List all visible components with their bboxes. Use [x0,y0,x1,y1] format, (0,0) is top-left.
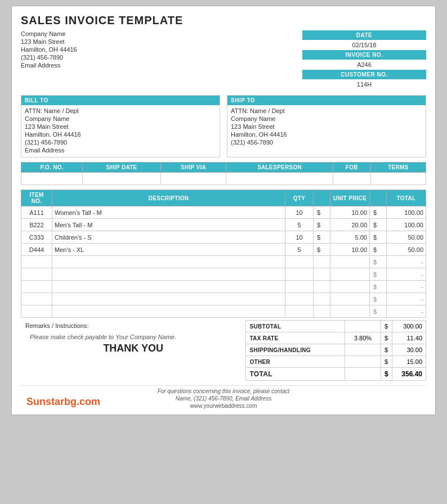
po-val-4 [226,173,333,185]
item-no: A111 [21,206,52,219]
header-section: Company Name 123 Main Street Hamilton, O… [21,30,426,89]
date-value: 02/15/18 [302,40,426,50]
bill-phone: (321) 456-7890 [25,139,216,146]
other-label: OTHER [246,356,345,368]
bill-attn: ATTN: Name / Dept [25,107,216,114]
item-col-unitprice: UNIT PRICE [330,190,370,206]
tax-dollar: $ [381,332,392,344]
total-value: 356.40 [392,368,426,381]
subtotal-value: 300.00 [392,321,426,332]
item-total: 50.00 [387,244,426,256]
watermark: Sunstarbg.com [26,396,100,408]
empty-item-row: $ - [21,268,426,281]
item-qty: 10 [285,231,314,244]
company-info: Company Name 123 Main Street Hamilton, O… [21,30,77,89]
company-email: Email Address [21,62,77,69]
tax-value: 11.40 [392,332,426,344]
item-tot-dollar: $ [370,219,387,231]
company-address: 123 Main Street [21,38,77,45]
remarks-section: Remarks / Instructions: Please make chec… [21,320,245,381]
totals-table: SUBTOTAL $ 300.00 TAX RATE 3.80% $ 11.40… [245,320,426,381]
item-total: 100.00 [387,219,426,231]
subtotal-dollar: $ [381,321,392,332]
item-col-dollar [314,190,330,206]
item-col-desc: DESCRIPTION [52,190,285,206]
remarks-label: Remarks / Instructions: [25,322,88,329]
item-no: C333 [21,231,52,244]
customer-no-value: 114H [302,79,426,89]
empty-item-row: $ - [21,305,426,318]
shipping-row: SHIPPING/HANDLING $ 30.00 [246,344,426,356]
po-val-3 [160,173,226,185]
item-tot-dollar: $ [370,231,387,244]
invoice-no-label: INVOICE NO. [302,50,426,60]
po-col-fob: FOB [333,163,370,173]
item-col-total: TOTAL [387,190,426,206]
meta-table: DATE 02/15/18 INVOICE NO. A246 CUSTOMER … [302,30,426,89]
other-dollar: $ [381,356,392,368]
item-col-itemno: ITEM NO. [21,190,52,206]
ship-company: Company Name [231,115,422,122]
ship-to-box: SHIP TO ATTN: Name / Dept Company Name 1… [227,95,426,158]
shipping-rate [345,344,381,356]
item-row: B222 Men's Tall - M 5 $ 20.00 $ 100.00 [21,219,426,231]
bill-address: 123 Main Street [25,123,216,130]
po-col-shipdate: SHIP DATE [83,163,160,173]
bill-to-header: BILL TO [21,96,220,105]
item-no: D444 [21,244,52,256]
item-tot-dollar: $ [370,206,387,219]
po-table: P.O. NO. SHIP DATE SHIP VIA SALESPERSON … [21,162,426,185]
grand-total-row: TOTAL $ 356.40 [246,368,426,381]
other-row: OTHER $ 15.00 [246,356,426,368]
other-rate [345,356,381,368]
company-city: Hamilton, OH 44416 [21,46,77,53]
bill-email: Email Address [25,147,216,154]
item-tot-dollar: $ [370,244,387,256]
bill-city: Hamilton, OH 44416 [25,131,216,138]
thank-you: THANK YOU [30,343,236,354]
po-val-5 [333,173,370,185]
item-total: 50.00 [387,231,426,244]
item-col-tot-dollar [370,190,387,206]
item-row: C333 Children's - S 10 $ 5.00 $ 50.00 [21,231,426,244]
bill-to-content: ATTN: Name / Dept Company Name 123 Main … [21,105,220,157]
item-qty: 5 [285,244,314,256]
po-val-6 [370,173,426,185]
po-col-terms: TERMS [370,163,426,173]
ship-to-content: ATTN: Name / Dept Company Name 123 Main … [227,105,426,149]
item-unit-price: 10.00 [330,206,370,219]
invoice-no-value: A246 [302,60,426,70]
item-row: D444 Men's - XL 5 $ 10.00 $ 50.00 [21,244,426,256]
other-value: 15.00 [392,356,426,368]
company-phone: (321) 456-7890 [21,54,77,61]
footer-bottom: For questions concerning this invoice, p… [21,385,426,409]
item-no: B222 [21,219,52,231]
item-unit-price: 5.00 [330,231,370,244]
item-dollar: $ [314,231,330,244]
item-dollar: $ [314,244,330,256]
po-col-po: P.O. NO. [21,163,83,173]
payable-text: Please make check payable to Your Compan… [30,334,236,340]
po-val-2 [83,173,160,185]
subtotal-rate [345,321,381,332]
subtotal-label: SUBTOTAL [246,321,345,332]
bill-to-box: BILL TO ATTN: Name / Dept Company Name 1… [21,95,220,158]
tax-label: TAX RATE [246,332,345,344]
shipping-label: SHIPPING/HANDLING [246,344,345,356]
item-unit-price: 20.00 [330,219,370,231]
item-qty: 10 [285,206,314,219]
empty-item-row: $ - [21,281,426,293]
company-name: Company Name [21,30,77,37]
empty-item-row: $ - [21,293,426,305]
items-table: ITEM NO. DESCRIPTION QTY UNIT PRICE TOTA… [21,190,426,318]
date-label: DATE [302,30,426,40]
item-qty: 5 [285,219,314,231]
ship-phone: (321) 456-7890 [231,139,422,146]
bottom-section: Remarks / Instructions: Please make chec… [21,320,426,381]
item-dollar: $ [314,206,330,219]
po-col-salesperson: SALESPERSON [226,163,333,173]
item-desc: Children's - S [52,231,285,244]
total-dollar: $ [381,368,392,381]
ship-address: 123 Main Street [231,123,422,130]
ship-city: Hamilton, OH 44416 [231,131,422,138]
